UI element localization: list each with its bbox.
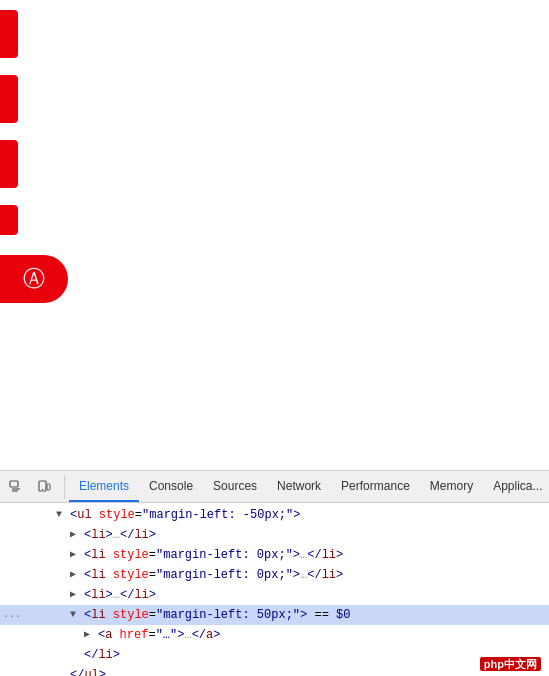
- watermark-text: php中文网: [480, 657, 541, 671]
- avatar-icon: Ⓐ: [23, 264, 45, 294]
- code-line-7: <a href="…">…</a>: [0, 625, 549, 645]
- code-content-7: <a href="…">…</a>: [98, 626, 220, 644]
- code-line-6: ... <li style="margin-left: 50px;"> == $…: [0, 605, 549, 625]
- watermark: php中文网: [480, 657, 541, 672]
- code-line-8: </li>: [0, 645, 549, 665]
- triangle-3[interactable]: [70, 546, 84, 564]
- code-line-2: <li>…</li>: [0, 525, 549, 545]
- code-line-1: <ul style="margin-left: -50px;">: [0, 505, 549, 525]
- code-content-8: </li>: [84, 646, 120, 664]
- toolbar-icon-group: [4, 475, 65, 499]
- svg-point-5: [42, 488, 43, 489]
- tab-application[interactable]: Applica...: [483, 471, 545, 502]
- red-block-3: [0, 140, 18, 188]
- triangle-5[interactable]: [70, 586, 84, 604]
- devtools-tabs: Elements Console Sources Network Perform…: [69, 471, 545, 502]
- code-content-9: </ul>: [70, 666, 106, 676]
- tab-console[interactable]: Console: [139, 471, 203, 502]
- line-dots-6: ...: [0, 606, 24, 624]
- code-content-3: <li style="margin-left: 0px;">…</li>: [84, 546, 343, 564]
- code-content-2: <li>…</li>: [84, 526, 156, 544]
- code-content-1: <ul style="margin-left: -50px;">: [70, 506, 300, 524]
- svg-rect-4: [47, 484, 50, 490]
- page-area: Ⓐ: [0, 0, 549, 470]
- avatar-button[interactable]: Ⓐ: [0, 255, 68, 303]
- devtools-panel: Elements Console Sources Network Perform…: [0, 470, 549, 676]
- red-block-1: [0, 10, 18, 58]
- devtools-toolbar: Elements Console Sources Network Perform…: [0, 471, 549, 503]
- tab-memory[interactable]: Memory: [420, 471, 483, 502]
- tab-sources[interactable]: Sources: [203, 471, 267, 502]
- svg-rect-0: [10, 481, 18, 487]
- red-block-2: [0, 75, 18, 123]
- tab-elements[interactable]: Elements: [69, 471, 139, 502]
- code-content-4: <li style="margin-left: 0px;">…</li>: [84, 566, 343, 584]
- tab-network[interactable]: Network: [267, 471, 331, 502]
- triangle-7[interactable]: [84, 626, 98, 644]
- inspect-element-button[interactable]: [4, 475, 28, 499]
- code-line-4: <li style="margin-left: 0px;">…</li>: [0, 565, 549, 585]
- tab-performance[interactable]: Performance: [331, 471, 420, 502]
- triangle-4[interactable]: [70, 566, 84, 584]
- device-toolbar-button[interactable]: [32, 475, 56, 499]
- code-line-9: </ul>: [0, 665, 549, 676]
- triangle-2[interactable]: [70, 526, 84, 544]
- code-content-5: <li>…</li>: [84, 586, 156, 604]
- code-line-5: <li>…</li>: [0, 585, 549, 605]
- devtools-code-content: <ul style="margin-left: -50px;"> <li>…</…: [0, 503, 549, 676]
- triangle-1[interactable]: [56, 506, 70, 524]
- triangle-6[interactable]: [70, 606, 84, 624]
- red-block-4: [0, 205, 18, 235]
- code-line-3: <li style="margin-left: 0px;">…</li>: [0, 545, 549, 565]
- code-content-6: <li style="margin-left: 50px;"> == $0: [84, 606, 350, 624]
